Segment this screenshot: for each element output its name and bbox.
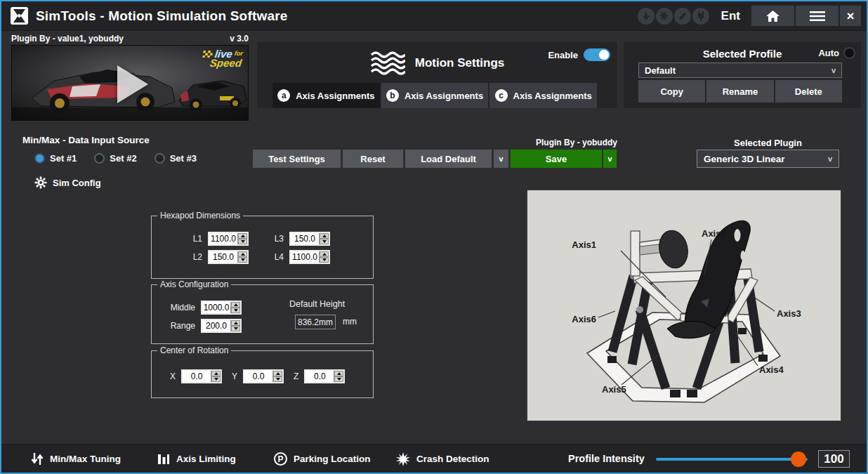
spin-down-icon[interactable]: [231, 308, 240, 313]
middle-stepper[interactable]: [201, 301, 242, 315]
limit-bars-icon: [157, 453, 170, 466]
motion-settings-title: Motion Settings: [415, 56, 504, 70]
slider-thumb[interactable]: [791, 452, 806, 467]
play-icon[interactable]: [117, 65, 148, 103]
footer-bar: Min/Max Tuning Axis Limiting P Parking L…: [1, 444, 867, 473]
radio-set-3[interactable]: Set #3: [154, 153, 197, 164]
save-button[interactable]: Save: [511, 150, 602, 168]
radio-set-1[interactable]: Set #1: [34, 153, 77, 164]
middle-input[interactable]: [202, 302, 230, 313]
live-for-speed-logo: live for Speed: [201, 49, 244, 67]
profile-intensity-value: 100: [818, 450, 850, 468]
axis1-label: Axis1: [572, 239, 596, 250]
axis3-label: Axis3: [777, 308, 801, 319]
profile-intensity-label: Profile Intensity: [568, 453, 645, 464]
selected-plugin-label: Selected Plugin: [697, 138, 839, 148]
profile-intensity-slider[interactable]: [656, 458, 808, 461]
download-icon[interactable]: [638, 8, 655, 25]
range-input[interactable]: [202, 320, 230, 331]
l4-stepper[interactable]: [289, 250, 330, 264]
close-button[interactable]: ×: [840, 6, 861, 26]
axis-configuration-group: Axis Configuration Middle Range Default …: [151, 284, 374, 344]
app-window: SimTools - Motion Simulation Software En…: [0, 0, 868, 474]
spin-up-icon[interactable]: [238, 233, 247, 239]
load-default-button[interactable]: Load Default: [405, 150, 492, 168]
l4-input[interactable]: [291, 251, 319, 263]
radio-set-2[interactable]: Set #2: [94, 153, 136, 164]
l1-input[interactable]: [209, 233, 237, 244]
axis5-label: Axis5: [602, 384, 626, 395]
rename-button[interactable]: Rename: [706, 80, 773, 103]
y-input[interactable]: [244, 371, 272, 382]
default-height-unit: mm: [343, 317, 357, 327]
y-stepper[interactable]: [243, 369, 284, 383]
hexapod-diagram: Axis1 Axis2 Axis3 Axis4 Axis5 Axis6: [527, 190, 841, 421]
pencil-icon[interactable]: [674, 8, 691, 25]
enable-label: Enable: [548, 50, 578, 60]
close-icon: ×: [846, 8, 854, 24]
app-title: SimTools - Motion Simulation Software: [36, 8, 288, 24]
spin-up-icon[interactable]: [231, 320, 240, 326]
l3-input[interactable]: [291, 233, 319, 244]
load-default-menu-button[interactable]: v: [494, 150, 508, 168]
z-stepper[interactable]: [304, 369, 345, 383]
home-button[interactable]: [751, 6, 794, 26]
spin-down-icon[interactable]: [211, 376, 221, 382]
spin-up-icon[interactable]: [211, 371, 221, 376]
group-title: Center of Rotation: [157, 345, 231, 355]
radio-selected-icon: [34, 153, 45, 164]
z-input[interactable]: [305, 371, 334, 382]
plug-icon[interactable]: [692, 8, 709, 25]
default-height-label: Default Height: [289, 299, 345, 309]
game-preview-thumbnail[interactable]: live for Speed: [11, 45, 249, 121]
data-input-heading: Min/Max - Data Input Source: [22, 135, 150, 145]
spin-down-icon[interactable]: [238, 239, 247, 244]
tab-axis-assignments-c[interactable]: c Axis Assignments: [489, 83, 597, 108]
auto-toggle[interactable]: [843, 47, 855, 59]
toggle-knob: [599, 50, 609, 60]
letter-b-icon: b: [386, 89, 399, 102]
spin-up-icon[interactable]: [320, 233, 329, 239]
spin-down-icon[interactable]: [334, 376, 343, 382]
spin-up-icon[interactable]: [334, 371, 343, 376]
spin-up-icon[interactable]: [231, 302, 240, 308]
spin-down-icon[interactable]: [238, 257, 247, 263]
spin-up-icon[interactable]: [238, 251, 247, 257]
menu-button[interactable]: [796, 6, 839, 26]
plugin-header-row: Plugin By - value1, yobuddy v 3.0: [11, 34, 249, 44]
l2-input[interactable]: [209, 251, 237, 263]
sim-config-button[interactable]: Sim Config: [34, 176, 101, 189]
spin-down-icon[interactable]: [320, 257, 329, 263]
spin-up-icon[interactable]: [273, 371, 282, 376]
l1-stepper[interactable]: [208, 232, 249, 246]
test-settings-button[interactable]: Test Settings: [253, 150, 341, 168]
parking-location-button[interactable]: P Parking Location: [274, 445, 371, 473]
minmax-tuning-button[interactable]: Min/Max Tuning: [31, 445, 121, 473]
axis-limiting-button[interactable]: Axis Limiting: [157, 445, 236, 473]
copy-button[interactable]: Copy: [638, 80, 705, 103]
spin-down-icon[interactable]: [320, 239, 329, 244]
titlebar: SimTools - Motion Simulation Software En…: [1, 1, 867, 31]
crash-burst-icon: [396, 452, 410, 466]
range-stepper[interactable]: [201, 319, 242, 333]
selected-plugin-dropdown[interactable]: Generic 3D Linear v: [697, 150, 839, 168]
reset-button[interactable]: Reset: [343, 150, 403, 168]
enable-toggle[interactable]: [584, 48, 610, 61]
l2-stepper[interactable]: [208, 250, 249, 264]
spin-down-icon[interactable]: [273, 376, 282, 382]
center-of-rotation-group: Center of Rotation X Y Z: [151, 350, 374, 398]
tab-axis-assignments-a[interactable]: a Axis Assignments: [272, 83, 380, 108]
letter-a-icon: a: [277, 89, 290, 102]
spin-up-icon[interactable]: [320, 251, 329, 257]
profile-dropdown[interactable]: Default v: [638, 62, 842, 78]
delete-button[interactable]: Delete: [775, 80, 842, 103]
save-menu-button[interactable]: v: [603, 150, 617, 168]
burst-icon[interactable]: [656, 8, 673, 25]
waves-icon: [370, 51, 405, 75]
x-input[interactable]: [183, 371, 211, 382]
x-stepper[interactable]: [181, 369, 222, 383]
crash-detection-button[interactable]: Crash Detection: [396, 445, 489, 473]
l3-stepper[interactable]: [289, 232, 330, 246]
spin-down-icon[interactable]: [231, 326, 240, 331]
tab-axis-assignments-b[interactable]: b Axis Assignments: [381, 83, 489, 108]
